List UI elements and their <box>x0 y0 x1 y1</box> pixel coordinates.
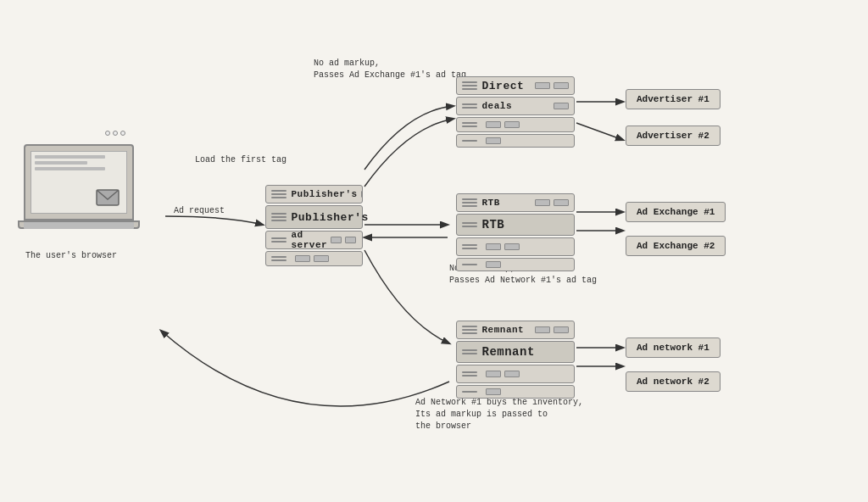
dot-2 <box>113 131 118 136</box>
ad-exchange-1-box: Ad Exchange #1 <box>626 202 726 222</box>
diagram-container: The user's browser Ad request Load the f… <box>0 0 868 502</box>
screen-bar-1 <box>35 155 105 159</box>
direct-deals-server: Direct deals <box>453 76 576 149</box>
dot-1 <box>105 131 110 136</box>
screen-bar-2 <box>35 161 87 165</box>
advertiser-2-box: Advertiser #2 <box>626 126 721 146</box>
ad-network-buys-label: Ad Network #1 buys the inventory, Its ad… <box>415 397 583 432</box>
laptop-base <box>18 220 140 229</box>
remnant-server: Remnant Remnant <box>453 321 576 400</box>
load-first-tag-label: Load the first tag <box>195 154 287 166</box>
advertiser-1-box: Advertiser #1 <box>626 89 721 109</box>
no-ad-markup-1-label: No ad markup, Passes Ad Exchange #1's ad… <box>314 58 466 81</box>
rtb-server: RTB RTB <box>453 193 576 273</box>
screen-bar-3 <box>35 167 105 170</box>
ad-network-2-box: Ad network #2 <box>626 371 721 392</box>
browser-label: The user's browser <box>25 250 117 262</box>
dot-3 <box>120 131 125 136</box>
ad-network-1-box: Ad network #1 <box>626 337 721 358</box>
ad-request-label: Ad request <box>174 205 225 217</box>
laptop-illustration <box>24 144 140 229</box>
envelope-icon <box>96 189 120 206</box>
ad-exchange-2-box: Ad Exchange #2 <box>626 236 726 256</box>
publisher-server: Publisher's Publisher's ad server <box>263 185 364 268</box>
